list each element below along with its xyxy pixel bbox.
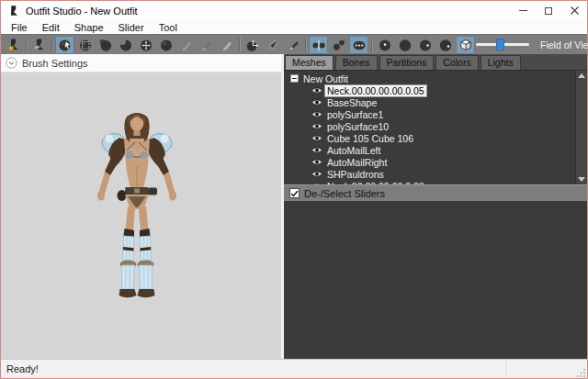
checkmark-icon <box>290 190 299 197</box>
mesh-name: BaseShape <box>325 97 379 108</box>
mask-brush[interactable] <box>75 36 95 54</box>
outfit-studio-window: Outfit Studio - New Outfit FileEditShape… <box>0 0 588 379</box>
sphere-plain-icon <box>398 38 413 52</box>
visibility-eye-icon[interactable] <box>311 122 322 130</box>
3d-viewport[interactable] <box>1 72 281 359</box>
mesh-tree-item[interactable]: Neck.00.00.00.00.0.03 <box>284 180 587 184</box>
toolbar: Field of View: 65 <box>1 34 587 54</box>
select-tool[interactable] <box>55 36 74 54</box>
menu-item[interactable]: Edit <box>35 21 67 34</box>
color-brush[interactable] <box>197 36 216 54</box>
meshes-tree[interactable]: New Outfit Neck.00.00.00.00.0.05 BaseSha… <box>284 70 587 184</box>
mesh-tree-item[interactable]: polySurface1 <box>284 108 587 120</box>
statusbar-divider <box>506 363 507 374</box>
load-project-button[interactable] <box>4 36 23 54</box>
collapse-box-icon[interactable] <box>290 74 299 83</box>
close-button[interactable] <box>561 1 587 20</box>
maximize-button[interactable] <box>536 1 561 20</box>
directional-light-0-toggle[interactable] <box>395 36 414 54</box>
mesh-tree-item[interactable]: AutoMailLeft <box>284 144 587 156</box>
sphere-marquee-icon <box>78 38 93 52</box>
sliders-list-area[interactable] <box>284 201 587 359</box>
move-brush[interactable] <box>136 36 155 54</box>
vertex-edit-tool[interactable] <box>263 36 282 54</box>
tree-root-label: New Outfit <box>303 73 348 84</box>
connected-only-toggle[interactable] <box>329 36 348 54</box>
field-of-view-slider-thumb[interactable] <box>496 39 504 50</box>
linked-spheres-icon <box>332 38 346 52</box>
field-of-view-slider[interactable] <box>476 43 529 46</box>
brush-collision-toggle[interactable] <box>349 36 368 54</box>
deflate-brush[interactable] <box>116 36 135 54</box>
tab[interactable]: Colors <box>435 55 478 70</box>
load-reference-button[interactable] <box>29 36 49 54</box>
tab[interactable]: Lights <box>481 55 521 70</box>
weight-brush[interactable] <box>176 36 196 54</box>
mesh-tree-item[interactable]: polySurface10 <box>284 120 587 132</box>
field-of-view-label: Field of View: 65 <box>540 39 588 50</box>
three-dots-sphere-icon <box>352 38 367 52</box>
boot-blue-icon <box>32 38 47 52</box>
mesh-name: AutoMailRight <box>325 157 389 168</box>
tab[interactable]: Meshes <box>285 55 334 70</box>
tree-scrollbar[interactable] <box>575 71 587 184</box>
mesh-name: SHPauldrons <box>325 169 386 180</box>
cube-icon <box>458 38 473 52</box>
toolbar-separator <box>26 38 27 52</box>
smooth-brush[interactable] <box>156 36 175 54</box>
transform-tool[interactable] <box>243 36 262 54</box>
mesh-name: Neck.00.00.00.00.0.05 <box>325 85 426 96</box>
deselect-sliders-checkbox[interactable] <box>289 188 300 198</box>
brush-settings-pane-header[interactable]: Brush Settings <box>1 54 281 72</box>
mesh-name: Cube 105 Cube 106 <box>325 133 415 144</box>
tree-root-row[interactable]: New Outfit <box>284 72 587 84</box>
frontal-light-toggle[interactable] <box>375 36 394 54</box>
x-mirror-toggle[interactable] <box>309 36 328 54</box>
mesh-tree-item[interactable]: SHPauldrons <box>284 168 587 180</box>
visibility-eye-icon[interactable] <box>311 110 322 118</box>
directional-light-2-toggle[interactable] <box>435 36 455 54</box>
inflate-brush[interactable] <box>96 36 115 54</box>
tab[interactable]: Partitions <box>379 55 435 70</box>
status-text: Ready! <box>6 363 39 374</box>
character-model[interactable] <box>82 109 192 307</box>
panel-tabs: MeshesBonesPartitionsColorsLights <box>284 54 587 70</box>
window-title: Outfit Studio - New Outfit <box>26 6 138 17</box>
alpha-brush[interactable] <box>217 36 236 54</box>
visibility-eye-icon[interactable] <box>311 146 322 154</box>
minimize-button[interactable] <box>510 1 536 20</box>
tab[interactable]: Bones <box>335 55 378 70</box>
visibility-eye-icon[interactable] <box>311 182 322 184</box>
edge-tool[interactable] <box>283 36 302 54</box>
mesh-tree-item[interactable]: BaseShape <box>284 96 587 108</box>
sphere-cursor-icon <box>58 38 73 52</box>
scroll-up-icon[interactable] <box>578 73 585 78</box>
menu-item[interactable]: File <box>4 21 35 34</box>
sphere-icon <box>159 38 174 52</box>
mesh-tree-item[interactable]: Cube 105 Cube 106 <box>284 132 587 144</box>
sphere-crescent-icon <box>119 38 133 52</box>
mesh-tree-item[interactable]: AutoMailRight <box>284 156 587 168</box>
scroll-down-icon[interactable] <box>578 177 585 182</box>
boot-gold-icon <box>6 38 21 52</box>
mesh-tree-item[interactable]: Neck.00.00.00.00.0.05 <box>284 84 587 96</box>
perspective-toggle[interactable] <box>456 36 475 54</box>
sphere-axes-icon <box>245 38 260 52</box>
pushpin-icon <box>266 38 280 52</box>
menu-item[interactable]: Tool <box>152 21 185 34</box>
toolbar-separator <box>239 38 240 52</box>
visibility-eye-icon[interactable] <box>311 86 322 95</box>
directional-light-1-toggle[interactable] <box>415 36 435 54</box>
right-panel: MeshesBonesPartitionsColorsLights New Ou… <box>284 54 587 359</box>
toolbar-separator <box>305 38 306 52</box>
maximize-icon <box>545 7 552 15</box>
visibility-eye-icon[interactable] <box>311 98 322 106</box>
visibility-eye-icon[interactable] <box>311 170 322 178</box>
resize-grip[interactable] <box>577 368 586 377</box>
menu-item[interactable]: Shape <box>67 21 111 34</box>
collapse-chevron-icon <box>6 57 17 69</box>
visibility-eye-icon[interactable] <box>311 158 322 166</box>
menu-item[interactable]: Slider <box>111 21 152 34</box>
visibility-eye-icon[interactable] <box>311 134 322 142</box>
white-brush-icon <box>220 38 234 52</box>
